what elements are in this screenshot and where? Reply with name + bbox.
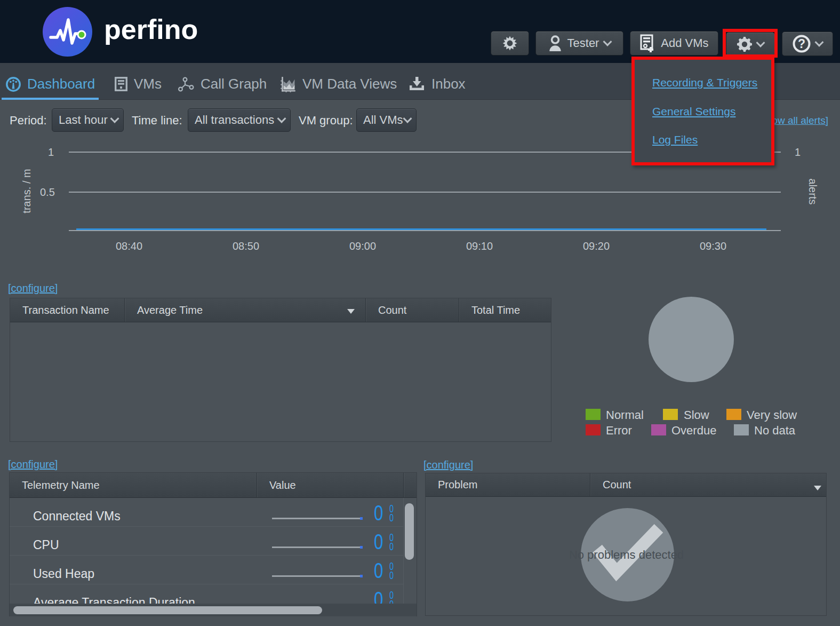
- svg-text:?: ?: [798, 37, 805, 51]
